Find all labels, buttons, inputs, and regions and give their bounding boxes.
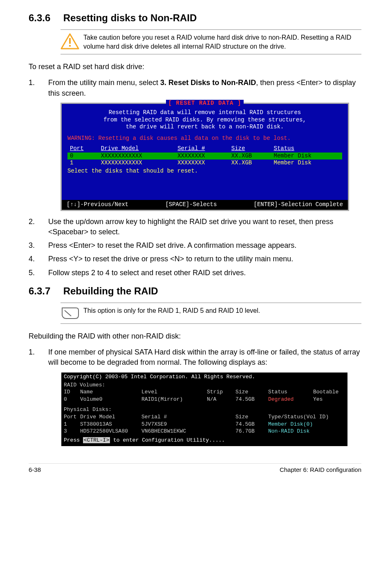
col-id: ID	[64, 388, 80, 396]
step-number: 1.	[29, 347, 48, 368]
step-number: 1.	[29, 78, 48, 98]
chapter-label: Chapter 6: RAID configuration	[280, 466, 361, 473]
heading-636: 6.3.6 Resetting disks to Non-RAID	[29, 12, 361, 24]
cell-port: 1	[64, 421, 80, 428]
disks-header: Physical Disks:	[61, 406, 347, 413]
caution-callout: Take caution before you reset a RAID vol…	[61, 29, 361, 54]
cell-level: RAID1(Mirror)	[141, 396, 207, 403]
col-size: Size	[229, 145, 271, 153]
cell-port: 0	[67, 153, 99, 160]
bios-msg-line: Resetting RAID data will remove internal…	[67, 109, 342, 117]
cell-model: XXXXXXXXXXXX	[99, 153, 175, 160]
step: 4.Press <Y> to reset the drive or press …	[29, 254, 361, 264]
heading-number: 6.3.6	[29, 12, 61, 24]
steps-636-cont: 2.Use the up/down arrow key to highlight…	[29, 217, 361, 278]
cell-size: 74.5GB	[235, 396, 268, 403]
note-icon-cell	[61, 306, 83, 320]
cell-name: Volume0	[80, 396, 141, 403]
caution-icon-cell	[61, 33, 83, 51]
cell-model: HDS722580VLSA80	[80, 428, 141, 435]
disk-cols-row: Port Drive Model Serial # Size Type/Stat…	[61, 413, 347, 421]
copyright-text: Copyright(C) 2003-05 Intel Corporation. …	[64, 373, 345, 381]
heading-title: Rebuilding the RAID	[63, 285, 158, 296]
col-port: Port	[67, 145, 99, 153]
cell-model: XXXXXXXXXXXX	[99, 159, 175, 167]
bios-drive-table: Port Drive Model Serial # Size Status 0 …	[67, 145, 342, 167]
cell-status: Member Disk	[271, 159, 342, 167]
step-text: If one member of physical SATA Hard disk…	[48, 347, 361, 368]
col-status: Status	[271, 145, 342, 153]
heading-number: 6.3.7	[29, 285, 61, 297]
cell-type: Non-RAID Disk	[268, 428, 346, 435]
bios-footer: [↑↓]-Previous/Next [SPACE]-Selects [ENTE…	[62, 200, 348, 210]
step-text: From the utility main menu, select 3. Re…	[48, 78, 361, 98]
cell-blank	[207, 421, 235, 428]
caution-text: Take caution before you reset a RAID vol…	[83, 33, 361, 51]
cell-type: Member Disk(0)	[268, 421, 346, 428]
foot-select: [SPACE]-Selects	[165, 201, 217, 209]
cell-serial: XXXXXXXX	[175, 153, 229, 160]
table-row[interactable]: 0 XXXXXXXXXXXX XXXXXXXX XX.XGB Member Di…	[67, 153, 342, 160]
cell-port: 3	[64, 428, 80, 435]
note-icon	[61, 306, 79, 320]
ctrl-i-key: <CTRL-I>	[83, 437, 110, 443]
col-size: Size	[235, 413, 268, 421]
note-text: This option is only for the RAID 1, RAID…	[83, 306, 260, 320]
foot-prevnext: [↑↓]-Previous/Next	[67, 201, 128, 209]
col-serial: Serial #	[175, 145, 229, 153]
page: 6.3.6 Resetting disks to Non-RAID Take c…	[0, 0, 390, 485]
bios-status-panel: Copyright(C) 2003-05 Intel Corporation. …	[61, 372, 348, 447]
col-serial: Serial #	[141, 413, 207, 421]
col-bootable: Bootable	[313, 388, 346, 396]
heading-637: 6.3.7 Rebuilding the RAID	[29, 285, 361, 297]
step-text: Press <Y> to reset the drive or press <N…	[48, 254, 361, 264]
page-number: 6-38	[29, 466, 41, 473]
table-row[interactable]: 1 XXXXXXXXXXXX XXXXXXXX XX.XGB Member Di…	[67, 159, 342, 167]
vol-cols-row: ID Name Level Strip Size Status Bootable	[61, 388, 347, 396]
disk-data-row: 1 ST380013AS 5JV7XSE9 74.5GB Member Disk…	[61, 421, 347, 428]
cell-strip: N/A	[207, 396, 235, 403]
cell-size: 74.5GB	[235, 421, 268, 428]
cell-serial: XXXXXXXX	[175, 159, 229, 167]
cell-size: XX.XGB	[229, 159, 271, 167]
table-header-row: Port Drive Model Serial # Size Status	[67, 145, 342, 153]
cell-size: 76.7GB	[235, 428, 268, 435]
note-callout: This option is only for the RAID 1, RAID…	[61, 303, 361, 324]
step-number: 5.	[29, 268, 48, 278]
heading-title: Resetting disks to Non-RAID	[63, 12, 197, 23]
col-blank	[207, 413, 235, 421]
intro-637: Rebuilding the RAID with other non-RAID …	[29, 331, 361, 341]
col-type: Type/Status(Vol ID)	[268, 413, 346, 421]
bios-reset-raid-panel: [ RESET RAID DATA ] Resetting RAID data …	[61, 103, 349, 211]
col-model: Drive Model	[99, 145, 175, 153]
cell-port: 1	[67, 159, 99, 167]
cell-status: Degraded	[268, 396, 313, 403]
spacer	[67, 175, 342, 196]
col-port: Port	[64, 413, 80, 421]
step-number: 3.	[29, 240, 48, 251]
intro-636: To reset a RAID set hard disk drive:	[29, 62, 361, 72]
step: 3.Press <Enter> to reset the RAID set dr…	[29, 240, 361, 251]
cell-status: Member Disk	[271, 153, 342, 160]
step-number: 4.	[29, 254, 48, 264]
caution-icon	[61, 33, 79, 49]
col-size: Size	[235, 388, 268, 396]
cell-bootable: Yes	[313, 396, 346, 403]
bios-warning: WARNING: Resetting a disk causes all dat…	[67, 135, 342, 142]
bios-msg-line: from the selected RAID disks. By removin…	[67, 117, 342, 124]
step-text: Follow steps 2 to 4 to select and reset …	[48, 268, 361, 278]
col-name: Name	[80, 388, 141, 396]
col-status: Status	[268, 388, 313, 396]
svg-rect-1	[69, 38, 71, 44]
bios-msg-line: the drive will revert back to a non-RAID…	[67, 123, 342, 131]
step: 5.Follow steps 2 to 4 to select and rese…	[29, 268, 361, 278]
bios2-copyright: Copyright(C) 2003-05 Intel Corporation. …	[61, 373, 347, 381]
svg-rect-2	[69, 45, 71, 47]
disk-data-row: 3 HDS722580VLSA80 VN6BHECBW1EKWC 76.7GB …	[61, 428, 347, 435]
page-footer: 6-38 Chapter 6: RAID configuration	[29, 463, 361, 473]
col-strip: Strip	[207, 388, 235, 396]
cell-blank	[207, 428, 235, 435]
step-text: Use the up/down arrow key to highlight t…	[48, 217, 361, 237]
col-level: Level	[141, 388, 207, 396]
press-post: to enter Configuration Utility.....	[110, 437, 225, 443]
